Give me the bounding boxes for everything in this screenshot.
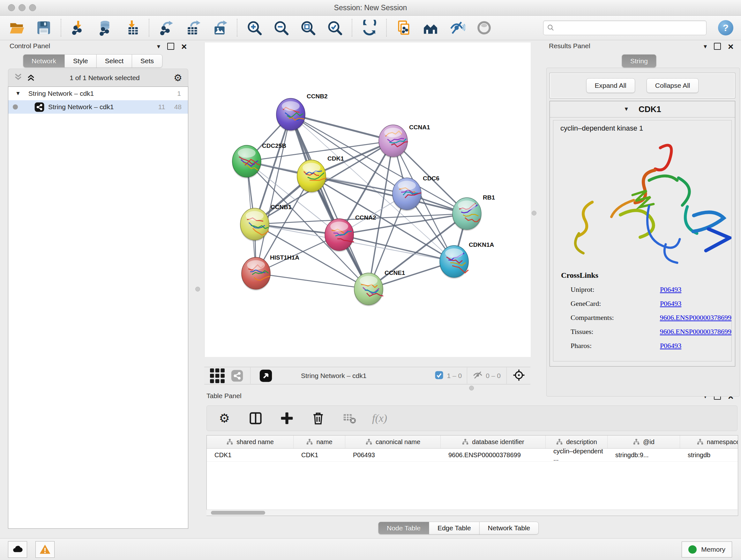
network-view-canvas[interactable]: CCNB2CCNA1CDC25BCDK1CDC6RB1CCNB1CCNA2CDK…: [204, 43, 531, 357]
group-nodes-icon[interactable]: [422, 19, 439, 37]
zoom-selected-icon[interactable]: [326, 19, 343, 37]
collection-expand-icon[interactable]: ▼: [15, 90, 21, 97]
table-cell[interactable]: stringdb:9...: [608, 449, 680, 461]
protein-card-header[interactable]: ▼ CDK1: [550, 101, 735, 118]
table-cell[interactable]: cyclin–dependent ...: [546, 449, 608, 461]
network-node-label: CDC6: [423, 175, 440, 182]
network-node-label: CCNB2: [307, 93, 327, 100]
crosslink-link[interactable]: P06493: [660, 341, 681, 350]
show-columns-icon[interactable]: [247, 410, 264, 427]
warnings-button[interactable]: [36, 541, 55, 558]
search-box[interactable]: [543, 20, 706, 35]
network-collection-row[interactable]: ▼ String Network – cdk1 1: [8, 87, 188, 100]
table-cell[interactable]: P06493: [345, 449, 441, 461]
results-panel-close-icon[interactable]: ×: [728, 43, 734, 50]
import-network-icon[interactable]: [70, 19, 87, 37]
network-node-label: HIST1H1A: [270, 254, 299, 261]
results-panel-minimize-icon[interactable]: ▾: [704, 43, 707, 50]
tab-select[interactable]: Select: [96, 54, 132, 68]
crosslink-row: Tissues: 9606.ENSP00000378699: [561, 327, 731, 336]
export-table-icon[interactable]: [185, 19, 202, 37]
delete-table-icon[interactable]: [341, 410, 358, 427]
crosslink-link[interactable]: P06493: [660, 300, 681, 308]
table-row[interactable]: CDK1CDK1P064939606.ENSP00000378699cyclin…: [207, 449, 738, 462]
copy-style-icon[interactable]: [395, 19, 412, 37]
delete-column-icon[interactable]: [310, 410, 327, 427]
column-header[interactable]: description: [546, 435, 608, 448]
table-cell[interactable]: 9606.ENSP00000378699: [441, 449, 546, 461]
vertical-splitter-handle[interactable]: [532, 211, 536, 215]
zoom-out-icon[interactable]: [273, 19, 290, 37]
selected-checkbox-icon[interactable]: [434, 370, 444, 381]
table-cell[interactable]: CDK1: [207, 449, 293, 461]
show-all-icon[interactable]: [475, 19, 493, 37]
scrollbar-thumb[interactable]: [211, 511, 265, 515]
network-options-gear-icon[interactable]: ⚙: [174, 73, 182, 83]
column-header[interactable]: shared name: [207, 435, 293, 448]
crosslink-link[interactable]: 9606.ENSP00000378699: [660, 327, 731, 336]
import-table-icon[interactable]: [123, 19, 140, 37]
vertical-splitter-handle[interactable]: [195, 287, 200, 292]
function-builder-icon[interactable]: f(x): [372, 412, 387, 424]
tab-node-table[interactable]: Node Table: [378, 522, 429, 535]
protein-card-body: cyclin–dependent kinase 1 CrossLinks: [553, 120, 732, 361]
crosslink-label: GeneCard:: [561, 300, 660, 308]
column-header[interactable]: database identifier: [441, 435, 546, 448]
node-table[interactable]: shared namenamecanonical namedatabase id…: [206, 435, 738, 516]
tab-sets[interactable]: Sets: [132, 54, 162, 68]
table-horizontal-scrollbar[interactable]: [206, 509, 738, 516]
tab-edge-table[interactable]: Edge Table: [429, 522, 480, 535]
collapse-all-button[interactable]: Collapse All: [647, 78, 699, 93]
tab-string[interactable]: String: [622, 54, 657, 68]
birdseye-crosshair-icon[interactable]: [513, 369, 525, 383]
cloud-status-button[interactable]: [8, 541, 27, 558]
table-cell[interactable]: CDK1: [293, 449, 345, 461]
zoom-fit-icon[interactable]: [299, 19, 317, 37]
hide-selected-icon[interactable]: [449, 19, 466, 37]
table-cell[interactable]: stringdb: [680, 449, 738, 461]
column-header[interactable]: canonical name: [345, 435, 441, 448]
network-view-title: String Network – cdk1: [301, 372, 366, 380]
crosslink-link[interactable]: 9606.ENSP00000378699: [660, 314, 731, 322]
apply-layout-icon[interactable]: [360, 19, 378, 37]
grid-view-icon[interactable]: [209, 367, 226, 384]
tab-style[interactable]: Style: [64, 54, 97, 68]
collection-label: String Network – cdk1: [28, 90, 94, 98]
selected-count: 1 – 0: [447, 372, 462, 380]
horizontal-splitter-handle[interactable]: [469, 386, 474, 390]
column-header-label: @id: [643, 438, 655, 446]
export-image-icon[interactable]: [211, 19, 228, 37]
column-header[interactable]: namespace: [680, 435, 738, 448]
control-panel-minimize-icon[interactable]: ▾: [157, 43, 160, 50]
search-input[interactable]: [555, 24, 706, 32]
export-network-icon[interactable]: [158, 19, 175, 37]
help-button[interactable]: ?: [718, 20, 733, 36]
card-collapse-icon[interactable]: ▼: [623, 106, 629, 112]
hidden-count: 0 – 0: [486, 372, 501, 380]
memory-button[interactable]: Memory: [682, 542, 732, 557]
save-session-icon[interactable]: [35, 19, 52, 37]
control-panel-float-icon[interactable]: [167, 43, 174, 50]
open-session-icon[interactable]: [8, 19, 25, 37]
control-panel-close-icon[interactable]: ×: [181, 43, 187, 50]
collapse-all-networks-icon[interactable]: [13, 73, 23, 83]
add-column-icon[interactable]: [278, 410, 295, 427]
column-header[interactable]: @id: [608, 435, 680, 448]
results-panel-float-icon[interactable]: [714, 43, 721, 50]
import-network-from-database-icon[interactable]: [96, 19, 114, 37]
table-options-gear-icon[interactable]: ⚙: [216, 410, 233, 427]
detach-view-icon[interactable]: [259, 369, 272, 382]
network-view-share-icon[interactable]: [231, 370, 243, 382]
crosslink-link[interactable]: P06493: [660, 286, 681, 294]
table-panel-title: Table Panel: [206, 392, 242, 400]
zoom-in-icon[interactable]: [246, 19, 263, 37]
results-panel-controls: ▾ ×: [704, 43, 734, 50]
expand-all-button[interactable]: Expand All: [586, 78, 635, 93]
tab-network[interactable]: Network: [23, 54, 65, 68]
network-row[interactable]: String Network – cdk1 11 48: [8, 100, 188, 114]
hidden-eye-icon[interactable]: [472, 370, 483, 382]
tab-network-table[interactable]: Network Table: [479, 522, 539, 535]
results-panel-tabs: String: [622, 54, 657, 68]
column-header[interactable]: name: [293, 435, 345, 448]
expand-all-networks-icon[interactable]: [26, 73, 36, 83]
